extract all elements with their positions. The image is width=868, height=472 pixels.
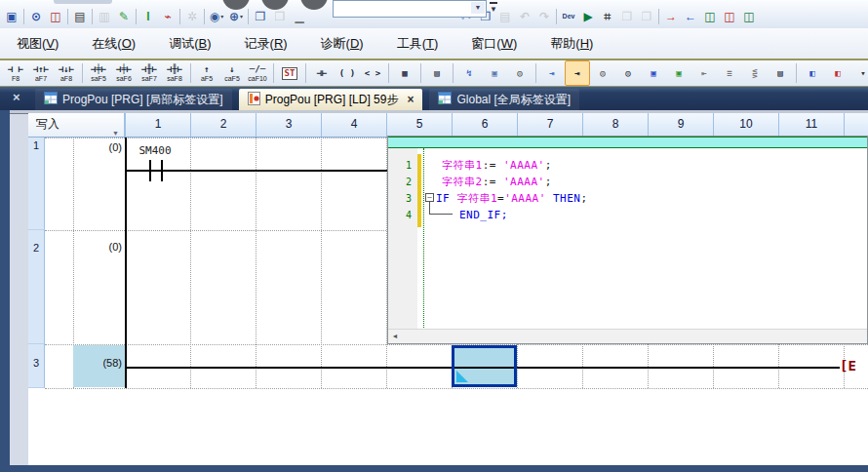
button-caption: aF7 <box>35 75 47 83</box>
device-edit-icon[interactable]: ✎ <box>114 7 134 25</box>
docked-window-edge[interactable] <box>0 110 10 472</box>
checklist-icon[interactable]: ▤ <box>70 7 90 25</box>
bottom-dock-edge[interactable] <box>10 465 868 472</box>
toolbar-separator <box>388 63 389 83</box>
program-convert-button[interactable]: ◧ <box>800 60 825 86</box>
diff-device-icon[interactable]: ◫ <box>720 7 739 25</box>
device-batch-blue-button-glyph: ▣ <box>651 68 655 79</box>
read-from-plc-icon[interactable]: ← <box>681 7 700 25</box>
watch-find-icon: ⊙ <box>31 10 41 23</box>
rung1-wire[interactable] <box>125 170 387 172</box>
dropdown-arrow-icon[interactable]: ▾ <box>220 13 223 20</box>
rung-number[interactable]: 2 <box>28 230 45 344</box>
st-horizontal-scrollbar[interactable]: ◄ <box>388 329 867 343</box>
edit-statement-button[interactable]: ▤ <box>424 60 450 86</box>
window-zoom-icon[interactable]: ❐ <box>251 7 270 25</box>
edit-contact-button[interactable]: ⊣⊢ <box>309 60 335 86</box>
search-doc-button[interactable]: ◎ <box>507 60 533 86</box>
branch-open-button[interactable]: ⊣╪⊢saF5 <box>86 60 111 86</box>
contact-rising-button[interactable]: ⊣↑⊢aF7 <box>28 60 54 86</box>
menu-item-w[interactable]: 窗口(W) <box>454 28 533 59</box>
vline-down-button[interactable]: ↓caF5 <box>219 60 245 86</box>
menu-item-r[interactable]: 记录(R) <box>228 28 304 59</box>
menu-item-h[interactable]: 帮助(H) <box>533 28 610 59</box>
wrap-display-edit-button[interactable]: ⇥ <box>565 60 590 86</box>
ibeam-edit-icon[interactable]: I <box>138 7 158 25</box>
pull-right-button[interactable]: ⇤ <box>691 60 717 86</box>
tab-global-labels[interactable]: Global [全局标签设置] <box>429 89 579 110</box>
sort-list-button[interactable]: ⋚ <box>742 60 768 86</box>
rung-number[interactable]: 1 <box>28 138 45 230</box>
contact-open-button[interactable]: ⊣ ⊢F8 <box>3 60 28 86</box>
contact-falling-button[interactable]: ⊣↓⊢aF8 <box>54 60 79 86</box>
st-code-line[interactable]: 字符串1:= 'AAAA'; <box>442 157 552 174</box>
find-device-icon[interactable]: Dev <box>559 7 578 25</box>
st-code-line[interactable]: 字符串2:= 'AAAA'; <box>442 174 552 190</box>
menu-item-t[interactable]: 工具(T) <box>380 28 455 59</box>
tabbar-close-icon[interactable]: × <box>13 90 20 104</box>
monitor-write-icon[interactable]: ◫ <box>739 7 759 25</box>
find-terminal-icon[interactable]: ▶ <box>578 7 598 25</box>
dropdown-arrow-icon[interactable]: ▾ <box>240 13 243 20</box>
grid-header: 写入 ▼ 1234567891011 <box>28 113 868 138</box>
selected-cell[interactable] <box>452 345 517 387</box>
wrap-display-button[interactable]: ⇥ <box>539 60 565 86</box>
edit-coil-button[interactable]: ( ) <box>335 60 360 86</box>
duplicate-doc-button[interactable]: ▣ <box>482 60 507 86</box>
gear-gray-icon: ✲ <box>187 10 197 23</box>
device-zoom-icon[interactable]: ⊕▾ <box>226 7 246 25</box>
device-batch-blue-button[interactable]: ▣ <box>641 60 666 86</box>
branch-rising-button[interactable]: ⊣╫⊢saF7 <box>137 60 162 86</box>
rung-number[interactable]: 3 <box>28 344 45 388</box>
minimize-icon[interactable]: ▁ <box>290 7 309 25</box>
io-wave-icon[interactable]: ⌁ <box>158 7 178 25</box>
branch-rising-button-glyph: ⊣╫⊢ <box>141 64 157 75</box>
tab-close-icon[interactable]: × <box>407 93 414 106</box>
toolbar-more-button[interactable]: ▾ <box>850 60 868 86</box>
quick-access-button[interactable]: ↯ <box>456 60 482 86</box>
menu-item-d[interactable]: 诊断(D) <box>304 28 380 59</box>
st-code-line[interactable]: IF 字符串1='AAAA' THEN; <box>436 190 588 207</box>
verify-device-icon: ◫ <box>704 10 715 23</box>
inline-st-editor[interactable]: 1字符串1:= 'AAAA';2字符串2:= 'AAAA';3–IF 字符串1=… <box>387 136 868 344</box>
align-list-button[interactable]: ≡ <box>717 60 742 86</box>
tab-local-labels[interactable]: ProgPou [PRG] [局部标签设置] <box>35 89 232 110</box>
delete-line-button[interactable]: ─/─caF10 <box>245 60 270 86</box>
monitor-search-button[interactable]: ◎ <box>590 60 615 86</box>
label-table-icon <box>44 92 58 107</box>
menu-item-label: 窗口 <box>471 36 496 51</box>
mode-selector[interactable]: 写入 ▼ <box>28 113 125 137</box>
find-device-icon: Dev <box>563 13 575 20</box>
contact-tick-right <box>161 160 163 181</box>
tab-ld-program[interactable]: ProgPou [PRG] [LD] 59步× <box>239 89 423 110</box>
insert-st-box-button[interactable]: ST <box>277 60 302 86</box>
column-header-partial <box>844 113 868 137</box>
monitor-eye-icon[interactable]: ◉▾ <box>207 7 226 25</box>
menu-item-b[interactable]: 调试(B) <box>152 28 227 59</box>
branch-open-button-glyph: ⊣╪⊢ <box>91 64 106 75</box>
branch-close-button[interactable]: ⊣╪⊢saF6 <box>111 60 137 86</box>
dev-window-icon[interactable]: ▣ <box>2 7 21 25</box>
monitor-gauge-icon[interactable]: ◫ <box>46 7 65 25</box>
program-convert-all-button[interactable]: ◧ <box>825 60 850 86</box>
doc-forward-icon: ❐ <box>637 7 656 25</box>
menu-item-v[interactable]: 视图(V) <box>0 28 75 59</box>
branch-falling-button[interactable]: ⊣╫⊢saF8 <box>162 60 187 86</box>
fold-collapse-icon[interactable]: – <box>425 193 434 202</box>
device-batch-green-button[interactable]: ▣ <box>666 60 691 86</box>
st-code-line[interactable]: END_IF; <box>459 207 508 223</box>
scroll-left-icon[interactable]: ◄ <box>388 330 402 342</box>
monitor-search-edit-button[interactable]: ◎ <box>615 60 641 86</box>
watch-find-icon[interactable]: ⊙ <box>26 7 46 25</box>
toolbar-combobox[interactable]: ▼ <box>333 0 487 18</box>
verify-device-icon[interactable]: ◫ <box>700 7 720 25</box>
write-to-plc-icon[interactable]: → <box>661 7 681 25</box>
statement-list-button[interactable]: ▤ <box>768 60 793 86</box>
menu-item-o[interactable]: 在线(O) <box>75 28 152 59</box>
combo-dropdown-icon[interactable]: ▼ <box>471 2 485 14</box>
edit-compare-button[interactable]: < > <box>360 60 385 86</box>
vline-up-button[interactable]: ↑aF5 <box>194 60 219 86</box>
find-hex-icon[interactable]: ⌗ <box>598 7 617 25</box>
edit-comment-grid-button[interactable]: ▦ <box>392 60 417 86</box>
st-box-header[interactable] <box>388 137 867 148</box>
